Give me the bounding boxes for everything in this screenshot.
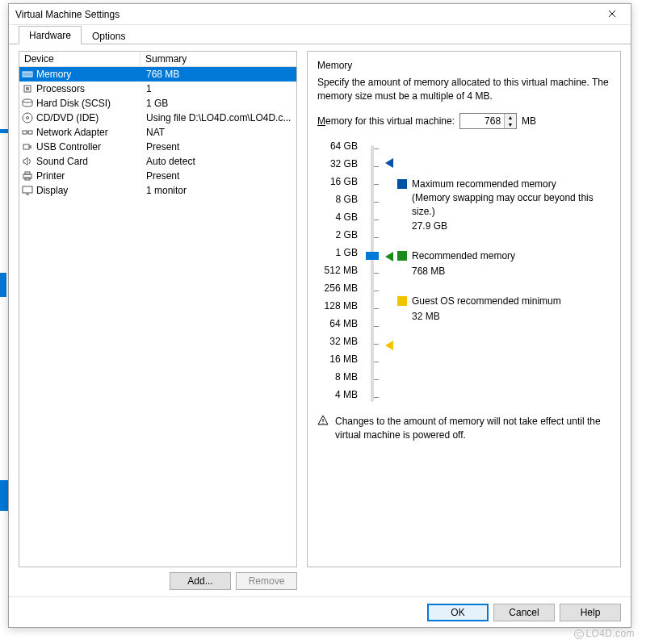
- device-name: Processors: [36, 83, 141, 94]
- device-name: Memory: [36, 69, 141, 80]
- table-row[interactable]: USB ControllerPresent: [19, 140, 296, 154]
- table-row[interactable]: Hard Disk (SCSI)1 GB: [19, 96, 296, 111]
- window-title: Virtual Machine Settings: [15, 9, 600, 20]
- scale-label: 32 GB: [317, 158, 358, 176]
- memory-title: Memory: [317, 60, 610, 71]
- table-row[interactable]: Memory768 MB: [19, 67, 296, 82]
- device-summary: NAT: [141, 127, 296, 138]
- legend-min: Guest OS recommended minimum 32 MB: [397, 295, 610, 324]
- square-icon: [397, 179, 407, 189]
- spin-up-icon[interactable]: ▲: [505, 114, 516, 121]
- scale-label: 64 GB: [317, 140, 358, 158]
- device-table: Device Summary Memory768 MBProcessors1Ha…: [19, 51, 297, 567]
- scale-label: 64 MB: [317, 318, 358, 336]
- svg-rect-14: [23, 144, 29, 149]
- scale-label: 2 GB: [317, 229, 358, 247]
- table-row[interactable]: Processors1: [19, 82, 296, 96]
- device-summary: 768 MB: [141, 69, 296, 80]
- help-button[interactable]: Help: [560, 604, 621, 621]
- close-button[interactable]: [600, 9, 624, 20]
- max-marker-icon: [385, 158, 393, 168]
- square-icon: [397, 296, 407, 306]
- table-row[interactable]: PrinterPresent: [19, 169, 296, 183]
- display-icon: [21, 184, 34, 197]
- spin-down-icon[interactable]: ▼: [505, 121, 516, 128]
- scale-label: 1 GB: [317, 247, 358, 265]
- vm-settings-dialog: Virtual Machine Settings Hardware Option…: [8, 3, 631, 628]
- device-name: CD/DVD (IDE): [36, 112, 141, 123]
- device-name: USB Controller: [36, 141, 141, 153]
- table-row[interactable]: CD/DVD (IDE)Using file D:\LO4D.com\LO4D.…: [19, 111, 296, 125]
- svg-point-23: [322, 423, 323, 424]
- device-summary: Using file D:\LO4D.com\LO4D.c...: [141, 112, 296, 123]
- memory-input[interactable]: [460, 114, 504, 128]
- device-summary: 1: [141, 83, 296, 94]
- scale-label: 512 MB: [317, 265, 358, 282]
- col-device[interactable]: Device: [19, 52, 141, 66]
- remove-button[interactable]: Remove: [236, 572, 297, 590]
- device-name: Display: [36, 185, 141, 196]
- svg-rect-19: [23, 186, 32, 193]
- device-name: Network Adapter: [36, 127, 141, 138]
- svg-rect-12: [28, 131, 32, 134]
- printer-icon: [21, 169, 34, 182]
- device-name: Printer: [36, 170, 141, 182]
- dialog-footer: OK Cancel Help: [9, 596, 631, 627]
- scale-label: 256 MB: [317, 282, 358, 300]
- memory-desc: Specify the amount of memory allocated t…: [317, 76, 610, 103]
- legend-rec: Recommended memory 768 MB: [397, 249, 610, 278]
- cancel-button[interactable]: Cancel: [493, 604, 555, 621]
- titlebar: Virtual Machine Settings: [9, 4, 631, 25]
- scale-label: 8 MB: [317, 371, 358, 389]
- table-row[interactable]: Sound CardAuto detect: [19, 154, 296, 169]
- svg-point-10: [27, 117, 29, 119]
- device-summary: 1 monitor: [141, 185, 296, 196]
- legend-max: Maximum recommended memory (Memory swapp…: [397, 178, 610, 233]
- device-summary: 1 GB: [141, 98, 296, 109]
- scale-label: 128 MB: [317, 300, 358, 318]
- warning-icon: [317, 415, 329, 430]
- scale-label: 4 GB: [317, 211, 358, 229]
- svg-rect-17: [25, 172, 30, 174]
- scale-label: 16 MB: [317, 353, 358, 371]
- cd-icon: [21, 111, 34, 124]
- scale-label: 4 MB: [317, 389, 358, 407]
- net-icon: [21, 126, 34, 139]
- svg-rect-15: [29, 145, 31, 148]
- table-row[interactable]: Display1 monitor: [19, 183, 296, 198]
- tab-options[interactable]: Options: [82, 27, 136, 44]
- memory-warning: Changes to the amount of memory will not…: [317, 415, 610, 442]
- add-button[interactable]: Add...: [170, 572, 231, 590]
- memory-slider[interactable]: [363, 140, 381, 407]
- memory-spinbox[interactable]: ▲ ▼: [459, 113, 517, 129]
- device-name: Hard Disk (SCSI): [36, 98, 141, 109]
- square-icon: [397, 251, 407, 261]
- watermark: CLO4D.com: [574, 627, 635, 639]
- memory-scale: 64 GB32 GB16 GB8 GB4 GB2 GB1 GB512 MB256…: [317, 140, 363, 407]
- svg-point-8: [23, 99, 32, 102]
- rec-marker-icon: [385, 252, 393, 261]
- memory-unit: MB: [522, 115, 536, 127]
- hdd-icon: [21, 97, 34, 110]
- scale-label: 16 GB: [317, 176, 358, 194]
- table-row[interactable]: Network AdapterNAT: [19, 125, 296, 140]
- device-summary: Present: [141, 141, 296, 153]
- close-icon: [608, 10, 616, 18]
- usb-icon: [21, 140, 34, 153]
- svg-rect-7: [26, 87, 29, 90]
- scale-label: 8 GB: [317, 194, 358, 211]
- memory-icon: [21, 68, 34, 81]
- device-summary: Present: [141, 170, 296, 182]
- ok-button[interactable]: OK: [427, 604, 489, 621]
- memory-panel: Memory Specify the amount of memory allo…: [307, 51, 621, 567]
- min-marker-icon: [385, 341, 393, 350]
- col-summary[interactable]: Summary: [141, 52, 296, 66]
- tab-hardware[interactable]: Hardware: [19, 26, 82, 44]
- device-summary: Auto detect: [141, 156, 296, 167]
- svg-point-9: [23, 113, 32, 123]
- sound-icon: [21, 155, 34, 168]
- slider-thumb[interactable]: [366, 252, 379, 260]
- scale-label: 32 MB: [317, 336, 358, 353]
- device-name: Sound Card: [36, 156, 141, 167]
- memory-label: Memory for this virtual machine:: [317, 115, 455, 127]
